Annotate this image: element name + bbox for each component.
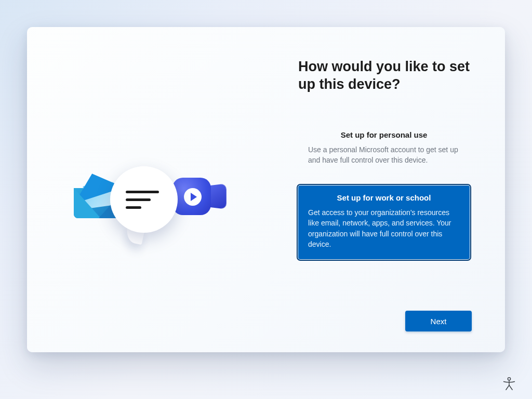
video-camera-icon xyxy=(172,178,224,219)
setup-options: Set up for personal use Use a personal M… xyxy=(298,123,470,260)
oobe-card: How would you like to set up this device… xyxy=(27,27,505,352)
option-personal-description: Use a personal Microsoft account to get … xyxy=(308,144,460,166)
option-work-or-school[interactable]: Set up for work or school Get access to … xyxy=(298,185,470,259)
content-pane: How would you like to set up this device… xyxy=(282,27,505,352)
option-personal-use[interactable]: Set up for personal use Use a personal M… xyxy=(298,123,470,176)
page-title: How would you like to set up this device… xyxy=(298,58,472,94)
illustration xyxy=(53,162,250,287)
next-button[interactable]: Next xyxy=(405,311,472,331)
svg-point-0 xyxy=(508,378,510,380)
chat-bubble-icon xyxy=(110,166,178,233)
option-work-title: Set up for work or school xyxy=(308,193,460,202)
accessibility-icon[interactable] xyxy=(502,376,516,391)
option-work-description: Get access to your organization's resour… xyxy=(308,207,460,249)
illustration-pane xyxy=(27,27,282,352)
option-personal-title: Set up for personal use xyxy=(308,130,460,139)
